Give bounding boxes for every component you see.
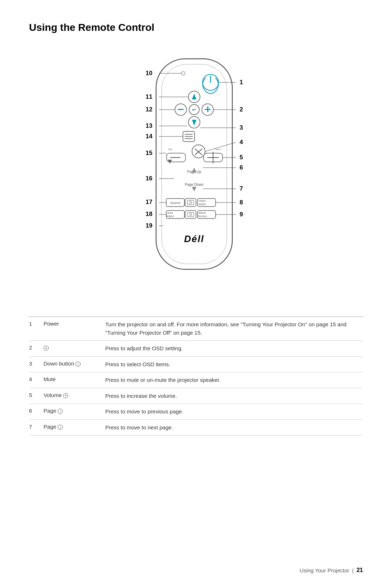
table-row: 2 + Press to adjust the OSD setting. xyxy=(29,341,363,357)
svg-text:Blank: Blank xyxy=(199,211,206,215)
svg-text:↵: ↵ xyxy=(192,107,196,113)
svg-text:8: 8 xyxy=(240,199,243,206)
svg-text:Screen: Screen xyxy=(198,215,207,218)
svg-text:2: 2 xyxy=(240,106,243,113)
svg-text:6: 6 xyxy=(240,164,243,171)
svg-text:14: 14 xyxy=(146,133,152,140)
row-num: 6 xyxy=(29,408,44,414)
row-name: Page ↑ xyxy=(44,408,105,414)
svg-text:9: 9 xyxy=(240,211,243,218)
row-desc: Press to mute or un-mute the projector s… xyxy=(105,376,363,384)
row-name: Mute xyxy=(44,376,105,382)
svg-text:Vol: Vol xyxy=(168,148,172,151)
svg-text:7: 7 xyxy=(240,185,243,192)
svg-rect-7 xyxy=(178,109,184,110)
circle-up-icon: ↑ xyxy=(58,409,63,414)
diagram-section: ↵ Vol xyxy=(29,48,363,302)
svg-text:15: 15 xyxy=(146,150,152,156)
svg-text:18: 18 xyxy=(146,211,152,217)
page-footer: Using Your Projector | 21 xyxy=(300,567,363,573)
svg-text:11: 11 xyxy=(146,93,152,100)
row-num: 3 xyxy=(29,360,44,367)
diagram-wrapper: ↵ Vol xyxy=(69,48,323,302)
svg-text:12: 12 xyxy=(146,106,152,113)
table-row: 3 Down button ↓ Press to select OSD item… xyxy=(29,357,363,373)
circle-down-icon: ↓ xyxy=(75,362,81,367)
table-row: 6 Page ↑ Press to move to previous page. xyxy=(29,404,363,420)
circle-plus-icon: + xyxy=(44,346,49,351)
row-name: Down button ↓ xyxy=(44,360,105,367)
row-name: + xyxy=(44,344,105,351)
svg-rect-12 xyxy=(207,106,208,112)
svg-text:Auto: Auto xyxy=(167,211,173,215)
circle-down-icon: ↓ xyxy=(58,425,63,430)
table-row: 1 Power Turn the projector on and off. F… xyxy=(29,317,363,341)
footer-pipe: | xyxy=(352,567,354,573)
footer-page-number: 21 xyxy=(356,567,363,573)
circle-plus-icon: + xyxy=(63,393,68,398)
svg-text:Video: Video xyxy=(199,199,206,203)
row-desc: Turn the projector on and off. For more … xyxy=(105,320,363,337)
svg-text:Page Down: Page Down xyxy=(185,183,204,187)
svg-text:3: 3 xyxy=(240,124,243,131)
row-desc: Press to move to previous page. xyxy=(105,408,363,416)
table-row: 7 Page ↓ Press to move to next page. xyxy=(29,420,363,436)
row-num: 5 xyxy=(29,392,44,398)
svg-text:1: 1 xyxy=(240,79,243,86)
row-num: 2 xyxy=(29,344,44,351)
table-row: 5 Volume + Press to increase the volume. xyxy=(29,388,363,404)
svg-text:16: 16 xyxy=(146,175,152,182)
svg-text:13: 13 xyxy=(146,122,152,129)
svg-text:17: 17 xyxy=(146,199,152,205)
row-desc: Press to move to next page. xyxy=(105,424,363,432)
svg-text:Source: Source xyxy=(170,201,181,205)
remote-control-diagram: ↵ Vol xyxy=(69,48,323,302)
row-desc: Press to increase the volume. xyxy=(105,392,363,400)
page-title: Using the Remote Control xyxy=(29,22,363,33)
row-num: 7 xyxy=(29,424,44,430)
row-name: Page ↓ xyxy=(44,424,105,430)
row-num: 4 xyxy=(29,376,44,382)
svg-text:Adjust: Adjust xyxy=(166,215,174,218)
row-num: 1 xyxy=(29,320,44,327)
table-row: 4 Mute Press to mute or un-mute the proj… xyxy=(29,372,363,388)
svg-text:19: 19 xyxy=(146,222,152,229)
row-desc: Press to adjust the OSD setting. xyxy=(105,344,363,353)
svg-text:4: 4 xyxy=(240,139,243,146)
row-name: Volume + xyxy=(44,392,105,398)
svg-text:5: 5 xyxy=(240,154,243,161)
row-desc: Press to select OSD items. xyxy=(105,360,363,369)
row-name: Power xyxy=(44,320,105,327)
table-section: 1 Power Turn the projector on and off. F… xyxy=(29,317,363,436)
page-container: Using the Remote Control xyxy=(0,0,392,457)
svg-text:Mode: Mode xyxy=(199,203,206,206)
svg-text:10: 10 xyxy=(146,70,152,77)
svg-text:Déll: Déll xyxy=(184,233,204,244)
footer-section: Using Your Projector xyxy=(300,567,350,573)
